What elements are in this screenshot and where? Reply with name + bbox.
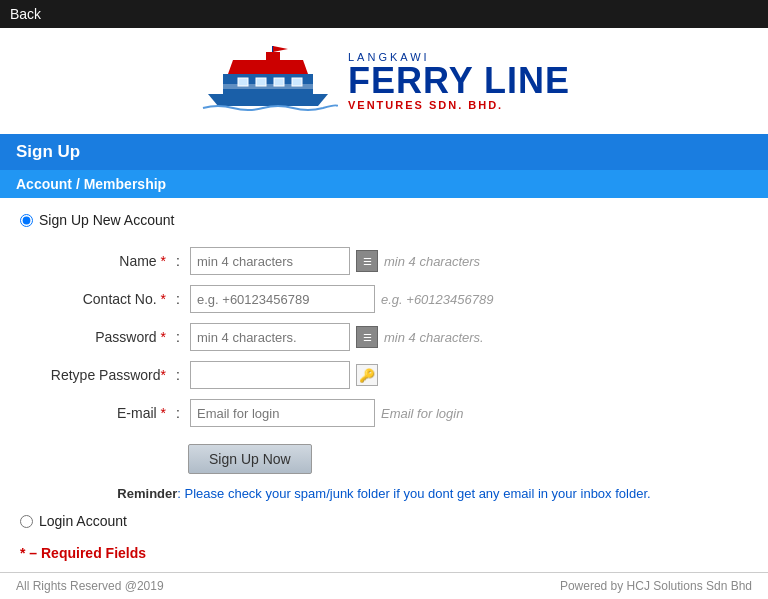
svg-rect-0 (266, 52, 280, 64)
footer: All Rights Reserved @2019 Powered by HCJ… (0, 572, 768, 599)
table-row: Name * : ☰ min 4 characters (30, 242, 758, 280)
name-label: Name * (30, 242, 170, 280)
signup-header: Sign Up (0, 134, 768, 170)
email-input[interactable] (190, 399, 375, 427)
new-account-label: Sign Up New Account (39, 212, 174, 228)
signup-form: Name * : ☰ min 4 characters Contact No. … (30, 242, 758, 432)
required-star: * (161, 253, 166, 269)
email-label: E-mail * (30, 394, 170, 432)
svg-rect-7 (292, 78, 302, 86)
required-star: * (161, 367, 166, 383)
password-icon: ☰ (356, 326, 378, 348)
logo-text: LANGKAWI FERRY LINE VENTURES SDN. BHD. (348, 51, 570, 111)
table-row: Password * : ☰ min 4 characters. (30, 318, 758, 356)
svg-rect-6 (274, 78, 284, 86)
svg-rect-5 (256, 78, 266, 86)
account-breadcrumb: Account / Membership (0, 170, 768, 198)
reminder-label: Reminder (117, 486, 177, 501)
page-title: Sign Up (16, 142, 80, 161)
table-row: Contact No. * : e.g. +60123456789 (30, 280, 758, 318)
required-star: * (161, 291, 166, 307)
password-input-cell: ☰ min 4 characters. (186, 318, 758, 356)
login-account-label: Login Account (39, 513, 127, 529)
new-account-section: Sign Up New Account (20, 212, 748, 228)
colon: : (170, 394, 186, 432)
logo-ferry-line: FERRY LINE (348, 63, 570, 99)
svg-rect-4 (238, 78, 248, 86)
reminder-section: Reminder: Please check your spam/junk fo… (20, 486, 748, 501)
copyright-text: All Rights Reserved @2019 (16, 579, 164, 593)
name-hint: min 4 characters (384, 254, 480, 269)
logo-icon (198, 46, 338, 116)
signup-now-button[interactable]: Sign Up Now (188, 444, 312, 474)
contact-input[interactable] (190, 285, 375, 313)
contact-hint: e.g. +60123456789 (381, 292, 493, 307)
main-content: Sign Up New Account Name * : ☰ min 4 cha… (0, 198, 768, 599)
password-label: Password * (30, 318, 170, 356)
name-input[interactable] (190, 247, 350, 275)
colon: : (170, 318, 186, 356)
required-star: * (161, 329, 166, 345)
email-hint: Email for login (381, 406, 463, 421)
colon: : (170, 280, 186, 318)
colon: : (170, 356, 186, 394)
top-bar: Back (0, 0, 768, 28)
contact-label: Contact No. * (30, 280, 170, 318)
table-row: E-mail * : Email for login (30, 394, 758, 432)
password-hint: min 4 characters. (384, 330, 484, 345)
logo-area: LANGKAWI FERRY LINE VENTURES SDN. BHD. (0, 28, 768, 134)
password-input[interactable] (190, 323, 350, 351)
required-star: * (161, 405, 166, 421)
signup-button-row: Sign Up Now (188, 444, 748, 474)
required-fields-label: * – Required Fields (20, 545, 748, 561)
back-button[interactable]: Back (10, 6, 41, 22)
retype-password-input[interactable] (190, 361, 350, 389)
name-icon: ☰ (356, 250, 378, 272)
table-row: Retype Password* : 🔑 (30, 356, 758, 394)
login-account-radio[interactable] (20, 515, 33, 528)
logo-ventures: VENTURES SDN. BHD. (348, 99, 570, 111)
key-icon: 🔑 (356, 364, 378, 386)
breadcrumb-text: Account / Membership (16, 176, 166, 192)
contact-input-cell: e.g. +60123456789 (186, 280, 758, 318)
email-input-cell: Email for login (186, 394, 758, 432)
reminder-body: : Please check your spam/junk folder if … (177, 486, 650, 501)
retype-label: Retype Password* (30, 356, 170, 394)
new-account-radio[interactable] (20, 214, 33, 227)
powered-by-text: Powered by HCJ Solutions Sdn Bhd (560, 579, 752, 593)
retype-input-cell: 🔑 (186, 356, 758, 394)
svg-marker-2 (273, 46, 288, 52)
login-account-section: Login Account (20, 513, 748, 529)
name-input-cell: ☰ min 4 characters (186, 242, 758, 280)
colon: : (170, 242, 186, 280)
